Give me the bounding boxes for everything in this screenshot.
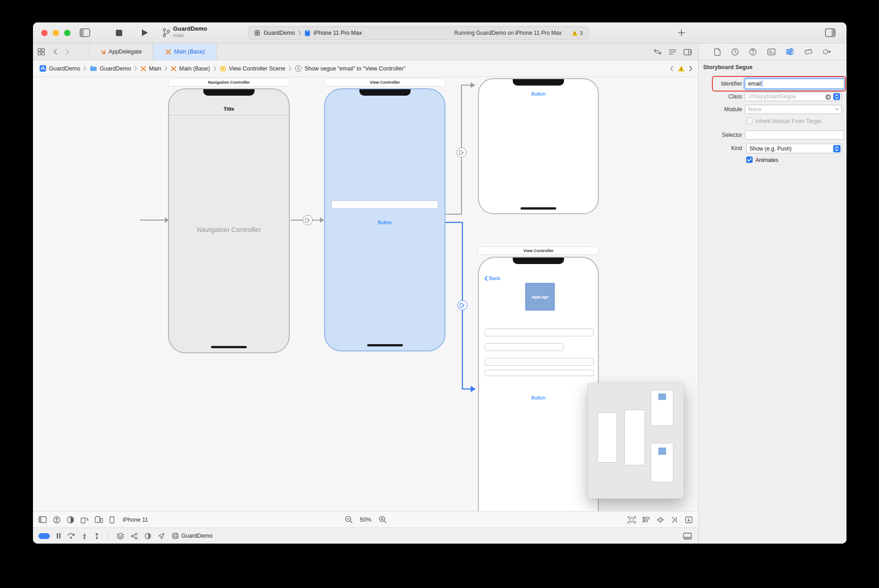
- module-dropdown[interactable]: None: [745, 105, 842, 114]
- minimize-window-button[interactable]: [53, 30, 59, 36]
- add-editor-split-icon[interactable]: [684, 49, 692, 55]
- storyboard-canvas[interactable]: Navigation Controller Title Navigation C…: [33, 77, 698, 511]
- accessibility-icon[interactable]: [53, 516, 60, 523]
- warning-badge[interactable]: 3: [571, 30, 583, 36]
- align-icon[interactable]: [642, 516, 650, 523]
- text-field-4[interactable]: [485, 370, 594, 376]
- connections-inspector-icon[interactable]: [823, 48, 831, 55]
- email-text-field[interactable]: [331, 200, 438, 209]
- add-editor-plus-icon[interactable]: [678, 29, 685, 37]
- quick-help-inspector-icon[interactable]: [749, 48, 757, 56]
- jumpbar-item-group[interactable]: GuardDemo: [90, 65, 131, 72]
- pause-icon[interactable]: [56, 533, 61, 539]
- tab-main-base[interactable]: Main (Base): [153, 43, 217, 60]
- class-stepper-icon[interactable]: [833, 93, 840, 100]
- step-into-icon[interactable]: [81, 533, 87, 539]
- memory-graph-icon[interactable]: [130, 533, 138, 539]
- jumpbar-item-main[interactable]: Main: [141, 65, 161, 72]
- detail-view-controller-view[interactable]: Back AppLogo Button: [478, 257, 599, 511]
- warning-icon[interactable]: [678, 65, 685, 72]
- app-logo-image[interactable]: AppLogo: [525, 283, 555, 311]
- environment-overrides-icon[interactable]: [144, 533, 152, 539]
- identity-inspector-icon[interactable]: [767, 49, 776, 55]
- scene-dock-navigation-controller[interactable]: Navigation Controller: [168, 78, 290, 86]
- step-over-icon[interactable]: [67, 533, 75, 539]
- kind-popup-button[interactable]: Show (e.g. Push): [746, 144, 842, 153]
- button-label[interactable]: Button: [479, 395, 598, 400]
- zoom-window-button[interactable]: [64, 30, 71, 36]
- embed-icon[interactable]: [685, 516, 693, 523]
- next-issue-icon[interactable]: [689, 66, 693, 71]
- navigation-bar[interactable]: Title: [169, 89, 289, 115]
- scene-dock-view-controller-2[interactable]: View Controller: [478, 247, 599, 255]
- debug-process[interactable]: GuardDemo: [172, 533, 212, 539]
- text-field-1[interactable]: [485, 329, 594, 336]
- minimap-scene-thumb[interactable]: [597, 412, 617, 463]
- step-out-icon[interactable]: [94, 533, 100, 539]
- close-window-button[interactable]: [41, 30, 48, 36]
- zoom-in-icon[interactable]: [379, 516, 386, 523]
- button-label[interactable]: Button: [479, 91, 598, 97]
- jumpbar-item-main-base[interactable]: Main (Base): [171, 65, 210, 72]
- tab-appdelegate[interactable]: AppDelegate: [89, 43, 153, 60]
- project-title-block[interactable]: GuardDemo main: [173, 26, 207, 38]
- class-combo-box[interactable]: UIStoryboardSegue: [745, 92, 841, 101]
- storyboard-minimap-panel[interactable]: [587, 383, 684, 499]
- minimap-scene-thumb[interactable]: [651, 443, 673, 482]
- relationship-segue-icon[interactable]: [303, 215, 313, 225]
- run-destination[interactable]: iPhone 11 Pro Max: [314, 30, 362, 36]
- show-segue-icon[interactable]: [456, 147, 467, 157]
- text-field-2[interactable]: [485, 343, 564, 351]
- update-frames-icon[interactable]: [628, 516, 636, 523]
- login-button-label[interactable]: Button: [325, 220, 445, 225]
- toggle-right-sidebar-icon[interactable]: [825, 28, 836, 37]
- size-inspector-icon[interactable]: [804, 48, 813, 55]
- history-inspector-icon[interactable]: [731, 48, 739, 56]
- scheme-name[interactable]: GuardDemo: [264, 30, 295, 36]
- file-inspector-icon[interactable]: [714, 48, 721, 56]
- minimap-scene-thumb[interactable]: [651, 390, 673, 426]
- identifier-input[interactable]: email: [745, 79, 844, 89]
- toggle-scene-list-icon[interactable]: [38, 516, 47, 523]
- minimap-scene-thumb[interactable]: [624, 410, 645, 465]
- breakpoints-toggle[interactable]: [38, 533, 50, 539]
- toggle-left-sidebar-icon[interactable]: [80, 28, 90, 37]
- top-view-controller-view[interactable]: Button: [478, 78, 599, 214]
- device-icon[interactable]: [109, 516, 114, 523]
- color-variants-icon[interactable]: [67, 516, 74, 523]
- navigate-back-icon[interactable]: [53, 49, 57, 55]
- resolve-autolayout-icon[interactable]: [671, 516, 678, 523]
- text-field-3[interactable]: [485, 358, 594, 366]
- editor-options-icon[interactable]: [669, 49, 676, 55]
- login-view-controller-view[interactable]: Button: [324, 88, 445, 351]
- related-items-grid-icon[interactable]: [38, 48, 45, 55]
- console-toggle-icon[interactable]: [683, 533, 692, 539]
- device-name[interactable]: iPhone 11: [123, 517, 148, 523]
- chevron-left-icon: [484, 276, 488, 281]
- scene-dock-view-controller[interactable]: View Controller: [324, 78, 445, 86]
- simulate-location-icon[interactable]: [158, 533, 165, 539]
- previous-issue-icon[interactable]: [670, 66, 673, 71]
- back-button[interactable]: Back: [484, 275, 500, 281]
- stop-button[interactable]: [115, 29, 123, 37]
- jumpbar-item-segue[interactable]: Show segue “email” to “View Controller”: [295, 65, 406, 72]
- jumpbar-item-project[interactable]: GuardDemo: [39, 65, 80, 72]
- zoom-out-icon[interactable]: [345, 516, 353, 523]
- swap-editors-icon[interactable]: [654, 49, 662, 55]
- animates-checkbox[interactable]: [746, 156, 753, 163]
- selector-input[interactable]: [745, 130, 844, 140]
- run-button[interactable]: [141, 28, 149, 37]
- attributes-inspector-icon[interactable]: [786, 48, 794, 55]
- inherit-module-checkbox[interactable]: [746, 118, 753, 124]
- navigation-controller-view[interactable]: Title Navigation Controller: [168, 88, 290, 353]
- class-navigate-icon[interactable]: [825, 94, 831, 100]
- adaptation-icon[interactable]: [95, 516, 103, 523]
- email-segue-icon-selected[interactable]: [457, 300, 467, 310]
- orientation-icon[interactable]: [81, 516, 88, 523]
- add-constraints-icon[interactable]: [657, 516, 664, 523]
- zoom-level[interactable]: 50%: [360, 517, 371, 523]
- jumpbar-item-scene[interactable]: View Controller Scene: [220, 65, 285, 72]
- navigate-forward-icon[interactable]: [65, 49, 70, 55]
- view-hierarchy-icon[interactable]: [117, 533, 124, 539]
- folder-icon: [90, 65, 97, 71]
